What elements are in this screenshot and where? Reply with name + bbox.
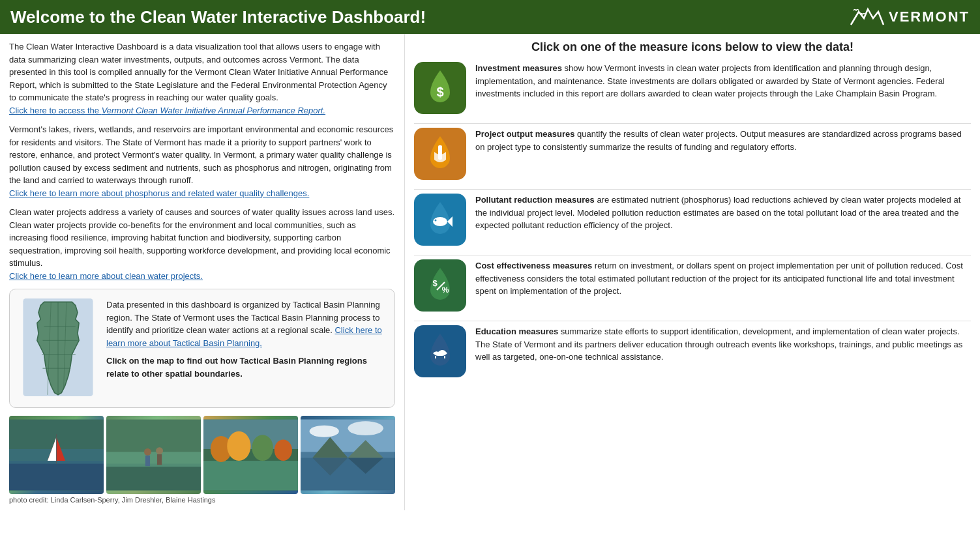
photo-4 (301, 416, 395, 494)
svg-point-40 (435, 220, 437, 222)
svg-point-26 (252, 435, 273, 461)
investment-text: Investment measures show how Vermont inv… (475, 62, 971, 100)
measures-header: Click on one of the measure icons below … (414, 40, 971, 54)
vermont-text: VERMONT (889, 8, 970, 25)
output-measure[interactable]: Project output measures quantify the res… (414, 128, 971, 180)
intro-paragraph: The Clean Water Interactive Dashboard is… (9, 40, 395, 117)
divider-1 (414, 123, 971, 124)
photos-row (9, 416, 395, 494)
education-icon[interactable] (414, 325, 466, 377)
clean-water-projects-link[interactable]: Click here to learn more about clean wat… (9, 271, 203, 281)
divider-4 (414, 321, 971, 321)
svg-rect-22 (203, 461, 298, 490)
vermont-lakes-paragraph: Vermont's lakes, rivers, wetlands, and r… (9, 123, 395, 199)
svg-rect-29 (301, 458, 395, 491)
main-content: The Clean Water Interactive Dashboard is… (0, 34, 980, 510)
photo-2 (106, 416, 201, 494)
photo-credit: photo credit: Linda Carlsen-Sperry, Jim … (9, 496, 395, 504)
vermont-map-svg (19, 298, 97, 396)
svg-rect-20 (157, 454, 162, 465)
photo-1 (9, 416, 104, 494)
svg-point-36 (348, 421, 383, 435)
page-header: Welcome to the Clean Water Interactive D… (0, 0, 980, 34)
svg-rect-16 (106, 452, 201, 467)
svg-point-25 (227, 431, 250, 461)
svg-point-39 (433, 217, 447, 226)
vermont-logo: VERMONT (850, 5, 970, 29)
map-section[interactable]: Data presented in this dashboard is orga… (9, 289, 395, 408)
vermont-map[interactable] (19, 298, 97, 398)
clean-water-projects-paragraph: Clean water projects address a variety o… (9, 206, 395, 282)
svg-rect-18 (145, 456, 150, 466)
investment-icon[interactable]: $ (414, 62, 466, 114)
education-text: Education measures summarize state effor… (475, 325, 971, 364)
phosphorus-link[interactable]: Click here to learn more about phosphoru… (9, 188, 309, 198)
svg-point-19 (156, 447, 163, 454)
svg-point-35 (310, 426, 339, 437)
map-description: Data presented in this dashboard is orga… (106, 298, 385, 385)
svg-text:%: % (442, 285, 449, 295)
divider-3 (414, 255, 971, 255)
svg-text:$: $ (432, 278, 438, 288)
cost-icon[interactable]: $ % (414, 259, 466, 312)
pollutant-icon[interactable] (414, 194, 466, 246)
annual-report-link[interactable]: Click here to access the Vermont Clean W… (9, 106, 325, 115)
svg-text:$: $ (436, 85, 443, 99)
photo-3 (203, 416, 298, 494)
right-column: Click on one of the measure icons below … (404, 34, 980, 510)
pollutant-text: Pollutant reduction measures are estimat… (475, 194, 971, 232)
svg-rect-15 (106, 464, 201, 491)
cost-text: Cost effectiveness measures return on in… (475, 259, 971, 298)
divider-2 (414, 189, 971, 190)
output-text: Project output measures quantify the res… (475, 128, 971, 153)
left-column: The Clean Water Interactive Dashboard is… (0, 34, 404, 510)
page-title: Welcome to the Clean Water Interactive D… (10, 7, 426, 27)
svg-point-27 (275, 439, 292, 461)
svg-rect-9 (9, 461, 104, 490)
output-icon[interactable] (414, 128, 466, 180)
vermont-logo-icon (850, 5, 885, 29)
svg-point-17 (144, 448, 151, 456)
investment-measure[interactable]: $ Investment measures show how Vermont i… (414, 62, 971, 114)
pollutant-measure[interactable]: Pollutant reduction measures are estimat… (414, 194, 971, 246)
cost-measure[interactable]: $ % Cost effectiveness measures return o… (414, 259, 971, 312)
education-measure[interactable]: Education measures summarize state effor… (414, 325, 971, 377)
vermont-logo-svg (850, 5, 885, 29)
